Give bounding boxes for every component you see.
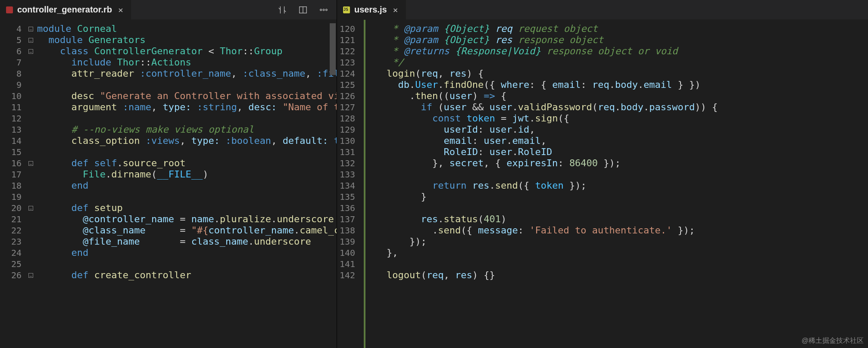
fold-toggle-icon[interactable] bbox=[28, 202, 34, 214]
code-content[interactable]: RoleID: user.RoleID bbox=[361, 146, 868, 158]
code-line[interactable]: 24 end bbox=[0, 247, 337, 258]
code-line[interactable]: 22 @class_name = "#{controller_name.came… bbox=[0, 225, 337, 236]
code-content[interactable]: const token = jwt.sign({ bbox=[361, 113, 868, 124]
code-line[interactable]: 126 .then((user) => { bbox=[337, 90, 868, 102]
code-line[interactable]: 4module Corneal bbox=[0, 23, 337, 34]
code-content[interactable]: } bbox=[361, 191, 868, 202]
fold-toggle-icon[interactable] bbox=[28, 158, 34, 169]
code-line[interactable]: 124 login(req, res) { bbox=[337, 68, 868, 79]
code-content[interactable]: class ControllerGenerator < Thor::Group bbox=[34, 46, 337, 57]
code-line[interactable]: 13 # --no-views make views optional bbox=[0, 124, 337, 135]
code-content[interactable]: @controller_name = name.pluralize.unders… bbox=[34, 214, 337, 225]
code-line[interactable]: 139 }); bbox=[337, 236, 868, 247]
code-content[interactable]: class_option :views, type: :boolean, def… bbox=[34, 135, 337, 146]
code-line[interactable]: 20 def setup bbox=[0, 202, 337, 214]
code-content[interactable] bbox=[34, 79, 337, 90]
code-content[interactable]: * @param {Object} req request object bbox=[361, 23, 868, 34]
code-line[interactable]: 136 bbox=[337, 202, 868, 214]
code-content[interactable]: return res.send({ token }); bbox=[361, 180, 868, 191]
code-content[interactable] bbox=[34, 258, 337, 270]
code-content[interactable]: if (user && user.validPassword(req.body.… bbox=[361, 102, 868, 113]
code-line[interactable]: 122 * @returns {Response|Void} response … bbox=[337, 46, 868, 57]
code-line[interactable]: 19 bbox=[0, 191, 337, 202]
code-content[interactable]: File.dirname(__FILE__) bbox=[34, 169, 337, 180]
code-content[interactable]: }, secret, { expiresIn: 86400 }); bbox=[361, 158, 868, 169]
more-actions-icon[interactable] bbox=[318, 5, 329, 15]
code-line[interactable]: 17 File.dirname(__FILE__) bbox=[0, 169, 337, 180]
code-line[interactable]: 18 end bbox=[0, 180, 337, 191]
code-content[interactable]: end bbox=[34, 180, 337, 191]
code-line[interactable]: 16 def self.source_root bbox=[0, 158, 337, 169]
close-icon[interactable]: × bbox=[116, 5, 125, 15]
code-content[interactable]: argument :name, type: :string, desc: "Na… bbox=[34, 102, 337, 113]
code-content[interactable] bbox=[361, 258, 868, 270]
code-content[interactable]: def self.source_root bbox=[34, 158, 337, 169]
code-content[interactable]: */ bbox=[361, 57, 868, 68]
tab-controller-generator[interactable]: controller_generator.rb × bbox=[0, 0, 131, 19]
code-content[interactable] bbox=[361, 202, 868, 214]
code-line[interactable]: 125 db.User.findOne({ where: { email: re… bbox=[337, 79, 868, 90]
code-area-left[interactable]: 4module Corneal5 module Generators6 clas… bbox=[0, 20, 337, 348]
code-content[interactable]: .then((user) => { bbox=[361, 90, 868, 102]
code-line[interactable]: 141 bbox=[337, 258, 868, 270]
code-content[interactable]: db.User.findOne({ where: { email: req.bo… bbox=[361, 79, 868, 90]
fold-toggle-icon[interactable] bbox=[28, 34, 34, 46]
code-content[interactable]: def create_controller bbox=[34, 270, 337, 281]
code-content[interactable]: * @returns {Response|Void} response obje… bbox=[361, 46, 868, 57]
tab-users-js[interactable]: users.js × bbox=[337, 0, 406, 19]
fold-toggle-icon[interactable] bbox=[28, 23, 34, 34]
code-content[interactable]: include Thor::Actions bbox=[34, 57, 337, 68]
compare-changes-icon[interactable] bbox=[277, 5, 287, 15]
code-content[interactable] bbox=[34, 191, 337, 202]
code-content[interactable]: module Generators bbox=[34, 34, 337, 46]
code-line[interactable]: 7 include Thor::Actions bbox=[0, 57, 337, 68]
code-line[interactable]: 138 .send({ message: 'Failed to authenti… bbox=[337, 225, 868, 236]
code-line[interactable]: 133 bbox=[337, 169, 868, 180]
code-content[interactable]: desc "Generate an Controller with associ… bbox=[34, 90, 337, 102]
code-line[interactable]: 128 const token = jwt.sign({ bbox=[337, 113, 868, 124]
code-line[interactable]: 137 res.status(401) bbox=[337, 214, 868, 225]
code-line[interactable]: 134 return res.send({ token }); bbox=[337, 180, 868, 191]
code-content[interactable]: @class_name = "#{controller_name.camel_c… bbox=[34, 225, 337, 236]
code-area-right[interactable]: 120 * @param {Object} req request object… bbox=[337, 20, 868, 348]
code-line[interactable]: 12 bbox=[0, 113, 337, 124]
code-content[interactable]: * @param {Object} res response object bbox=[361, 34, 868, 46]
code-line[interactable]: 26 def create_controller bbox=[0, 270, 337, 281]
code-content[interactable]: attr_reader :controller_name, :class_nam… bbox=[34, 68, 337, 79]
code-content[interactable]: res.status(401) bbox=[361, 214, 868, 225]
code-line[interactable]: 8 attr_reader :controller_name, :class_n… bbox=[0, 68, 337, 79]
code-line[interactable]: 127 if (user && user.validPassword(req.b… bbox=[337, 102, 868, 113]
code-line[interactable]: 132 }, secret, { expiresIn: 86400 }); bbox=[337, 158, 868, 169]
code-content[interactable] bbox=[34, 113, 337, 124]
scrollbar[interactable] bbox=[330, 23, 336, 75]
code-line[interactable]: 123 */ bbox=[337, 57, 868, 68]
code-line[interactable]: 9 bbox=[0, 79, 337, 90]
code-line[interactable]: 120 * @param {Object} req request object bbox=[337, 23, 868, 34]
code-content[interactable] bbox=[361, 169, 868, 180]
code-line[interactable]: 121 * @param {Object} res response objec… bbox=[337, 34, 868, 46]
code-content[interactable]: login(req, res) { bbox=[361, 68, 868, 79]
code-line[interactable]: 25 bbox=[0, 258, 337, 270]
close-icon[interactable]: × bbox=[391, 5, 400, 15]
code-content[interactable]: end bbox=[34, 247, 337, 258]
code-line[interactable]: 15 bbox=[0, 146, 337, 158]
split-editor-icon[interactable] bbox=[298, 5, 308, 15]
code-content[interactable]: logout(req, res) {} bbox=[361, 270, 868, 281]
code-content[interactable]: module Corneal bbox=[34, 23, 337, 34]
code-content[interactable]: .send({ message: 'Failed to authenticate… bbox=[361, 225, 868, 236]
code-line[interactable]: 129 userId: user.id, bbox=[337, 124, 868, 135]
code-line[interactable]: 130 email: user.email, bbox=[337, 135, 868, 146]
code-line[interactable]: 140 }, bbox=[337, 247, 868, 258]
code-line[interactable]: 135 } bbox=[337, 191, 868, 202]
fold-toggle-icon[interactable] bbox=[28, 46, 34, 57]
code-line[interactable]: 23 @file_name = class_name.underscore bbox=[0, 236, 337, 247]
code-line[interactable]: 10 desc "Generate an Controller with ass… bbox=[0, 90, 337, 102]
code-line[interactable]: 5 module Generators bbox=[0, 34, 337, 46]
code-content[interactable]: userId: user.id, bbox=[361, 124, 868, 135]
code-content[interactable]: }, bbox=[361, 247, 868, 258]
code-line[interactable]: 6 class ControllerGenerator < Thor::Grou… bbox=[0, 46, 337, 57]
code-line[interactable]: 131 RoleID: user.RoleID bbox=[337, 146, 868, 158]
code-line[interactable]: 14 class_option :views, type: :boolean, … bbox=[0, 135, 337, 146]
code-content[interactable]: def setup bbox=[34, 202, 337, 214]
code-content[interactable]: @file_name = class_name.underscore bbox=[34, 236, 337, 247]
